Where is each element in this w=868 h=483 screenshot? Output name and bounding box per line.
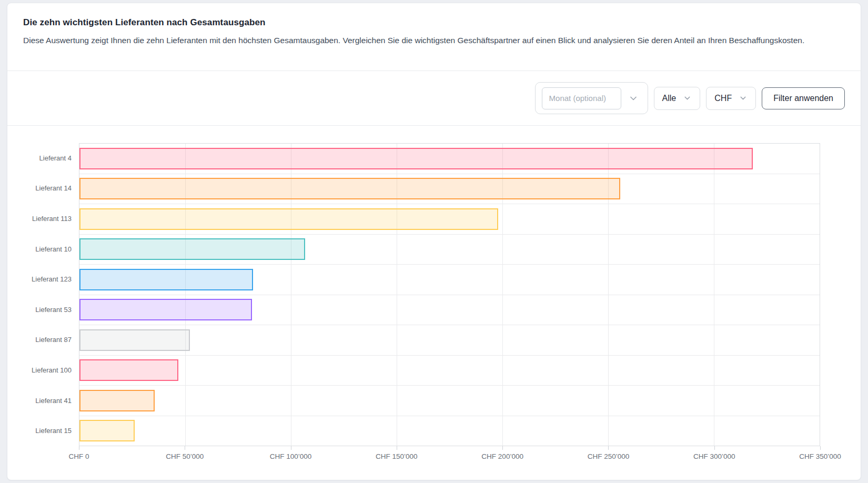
axis-tick bbox=[397, 446, 397, 450]
bar-lieferant-14 bbox=[79, 178, 620, 199]
chart-row bbox=[79, 295, 820, 326]
chart-row bbox=[79, 174, 820, 205]
bar-lieferant-4 bbox=[79, 148, 753, 169]
y-axis-label: Lieferant 14 bbox=[7, 184, 72, 192]
currency-select[interactable]: CHF bbox=[706, 87, 756, 110]
bar-lieferant-87 bbox=[79, 329, 190, 351]
x-axis-label: CHF 150’000 bbox=[376, 452, 418, 460]
axis-tick bbox=[291, 446, 291, 450]
report-card: Die zehn wichtigsten Lieferanten nach Ge… bbox=[7, 3, 861, 480]
supplier-select[interactable]: Alle bbox=[654, 87, 701, 110]
axis-tick bbox=[185, 446, 185, 450]
x-axis-label: CHF 200’000 bbox=[481, 452, 523, 460]
bar-lieferant-10 bbox=[79, 238, 305, 260]
y-axis-label: Lieferant 4 bbox=[7, 154, 72, 162]
chevron-down-icon bbox=[628, 93, 639, 104]
bar-lieferant-100 bbox=[79, 359, 178, 381]
supplier-select-value: Alle bbox=[662, 94, 677, 103]
chart-row bbox=[79, 356, 820, 386]
month-input[interactable] bbox=[542, 87, 621, 109]
chevron-down-icon bbox=[683, 94, 692, 103]
x-axis-label: CHF 0 bbox=[68, 452, 89, 460]
y-axis-label: Lieferant 41 bbox=[7, 397, 72, 405]
bar-lieferant-41 bbox=[79, 390, 155, 411]
axis-tick bbox=[820, 446, 821, 450]
x-axis-label: CHF 350’000 bbox=[799, 452, 841, 460]
chart-row bbox=[79, 265, 820, 295]
filter-bar: Alle CHF Filter anwenden bbox=[7, 71, 861, 125]
y-axis-label: Lieferant 123 bbox=[7, 275, 72, 283]
apply-filter-button[interactable]: Filter anwenden bbox=[762, 87, 845, 109]
axis-tick bbox=[502, 446, 503, 450]
bar-lieferant-53 bbox=[79, 299, 252, 320]
page-description: Diese Auswertung zeigt Ihnen die zehn Li… bbox=[23, 34, 815, 47]
y-axis-label: Lieferant 100 bbox=[7, 366, 72, 374]
x-axis-label: CHF 50’000 bbox=[166, 452, 204, 460]
chevron-down-icon bbox=[739, 94, 748, 103]
page-title: Die zehn wichtigsten Lieferanten nach Ge… bbox=[23, 17, 840, 28]
chart-row bbox=[79, 235, 820, 265]
bar-lieferant-123 bbox=[79, 269, 253, 290]
x-axis-label: CHF 250’000 bbox=[588, 452, 630, 460]
y-axis-label: Lieferant 87 bbox=[7, 336, 72, 344]
axis-tick bbox=[608, 446, 609, 450]
chart: Lieferant 4Lieferant 14Lieferant 113Lief… bbox=[7, 126, 861, 480]
month-combobox[interactable] bbox=[535, 82, 648, 114]
currency-select-value: CHF bbox=[714, 94, 732, 103]
x-axis-label: CHF 300’000 bbox=[693, 452, 735, 460]
chart-row bbox=[79, 416, 820, 446]
bar-lieferant-113 bbox=[79, 208, 498, 230]
chart-row bbox=[79, 325, 820, 356]
chart-row bbox=[79, 144, 820, 174]
y-axis-label: Lieferant 15 bbox=[7, 427, 72, 435]
x-axis-label: CHF 100’000 bbox=[270, 452, 312, 460]
chart-row bbox=[79, 204, 820, 235]
axis-tick bbox=[79, 446, 79, 450]
plot-area bbox=[79, 143, 820, 446]
y-axis-label: Lieferant 53 bbox=[7, 306, 72, 314]
card-header: Die zehn wichtigsten Lieferanten nach Ge… bbox=[7, 3, 861, 71]
y-axis-label: Lieferant 10 bbox=[7, 245, 72, 253]
y-axis-label: Lieferant 113 bbox=[7, 215, 72, 223]
chart-row bbox=[79, 386, 820, 416]
bar-lieferant-15 bbox=[79, 420, 135, 441]
axis-tick bbox=[714, 446, 715, 450]
